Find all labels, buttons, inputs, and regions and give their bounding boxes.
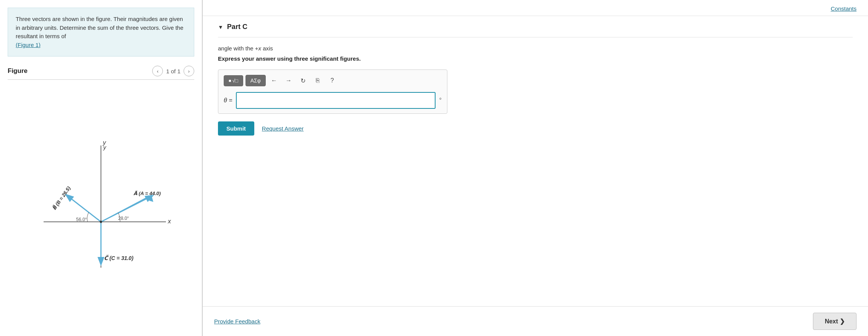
math-input-container: ■ √□ ΑΣφ ← → ↻ ⎘ ? θ = ° <box>218 69 447 114</box>
svg-text:C⃗ (C = 31.0): C⃗ (C = 31.0) <box>104 255 133 261</box>
angle-description: angle with the +x axis <box>218 45 853 52</box>
part-header: ▼ Part C <box>218 16 853 37</box>
action-row: Submit Request Answer <box>218 121 853 136</box>
redo-button[interactable]: → <box>283 74 295 87</box>
help-button[interactable]: ? <box>326 74 338 87</box>
svg-text:56.0°: 56.0° <box>76 217 87 222</box>
svg-text:B⃗ (B = 26.5): B⃗ (B = 26.5) <box>51 185 72 211</box>
keyboard-button[interactable]: ⎘ <box>312 74 324 87</box>
left-panel: Three vectors are shown in the figure. T… <box>0 0 203 336</box>
degree-symbol: ° <box>439 97 442 104</box>
math-toolbar: ■ √□ ΑΣφ ← → ↻ ⎘ ? <box>224 74 442 87</box>
figure-header: Figure ‹ 1 of 1 › <box>8 66 194 80</box>
next-button[interactable]: Next ❯ <box>813 313 857 330</box>
figure-title: Figure <box>8 67 28 75</box>
math-expression-button[interactable]: ■ √□ <box>224 75 243 86</box>
figure-area: x y <box>8 84 194 328</box>
bottom-bar: Provide Feedback Next ❯ <box>203 306 868 336</box>
input-row: θ = ° <box>224 92 442 109</box>
figure-next-button[interactable]: › <box>184 66 194 76</box>
undo-button[interactable]: ← <box>268 74 280 87</box>
part-collapse-arrow[interactable]: ▼ <box>218 24 223 30</box>
provide-feedback-link[interactable]: Provide Feedback <box>214 318 260 325</box>
svg-text:A⃗ (A = 44.0): A⃗ (A = 44.0) <box>133 190 161 196</box>
figure-svg: x y <box>21 138 181 275</box>
part-title: Part C <box>227 23 247 31</box>
answer-instruction: Express your answer using three signific… <box>218 55 853 62</box>
constants-link[interactable]: Constants <box>831 5 857 12</box>
figure-nav: ‹ 1 of 1 › <box>152 66 194 76</box>
svg-text:28.0°: 28.0° <box>118 216 129 221</box>
top-bar: Constants <box>203 0 868 16</box>
submit-button[interactable]: Submit <box>218 121 254 136</box>
request-answer-link[interactable]: Request Answer <box>262 125 304 132</box>
greek-symbol-button[interactable]: ΑΣφ <box>245 75 266 86</box>
svg-point-14 <box>100 221 102 223</box>
svg-text:x: x <box>167 218 171 225</box>
answer-input[interactable] <box>236 92 435 109</box>
figure-prev-button[interactable]: ‹ <box>152 66 163 76</box>
problem-description: Three vectors are shown in the figure. T… <box>8 8 194 57</box>
figure-link[interactable]: (Figure 1) <box>16 42 41 48</box>
content-area: ▼ Part C angle with the +x axis Express … <box>203 16 868 306</box>
figure-count: 1 of 1 <box>166 68 180 74</box>
theta-label: θ = <box>224 97 232 104</box>
problem-text: Three vectors are shown in the figure. T… <box>16 16 184 39</box>
svg-text:y: y <box>103 144 107 150</box>
right-panel: Constants ▼ Part C angle with the +x axi… <box>203 0 868 336</box>
refresh-button[interactable]: ↻ <box>297 74 309 87</box>
